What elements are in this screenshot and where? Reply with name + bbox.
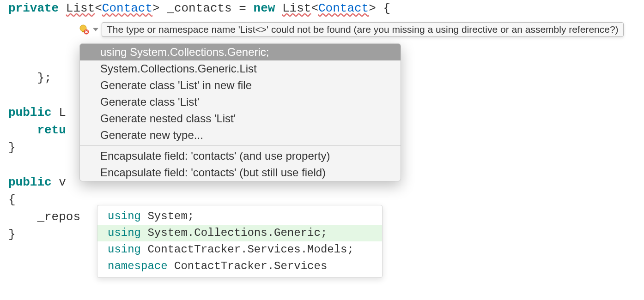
error-tooltip-bar: The type or namespace name 'List<>' coul…	[79, 22, 624, 37]
quick-action-item[interactable]: Encapsulate field: 'contacts' (and use p…	[80, 148, 401, 164]
quick-actions-popup[interactable]: using System.Collections.Generic; System…	[79, 43, 401, 181]
code-line[interactable]: private List<Contact> _contacts = new Li…	[0, 0, 644, 18]
type-ref: List	[282, 1, 311, 15]
quick-action-item[interactable]: Encapsulate field: 'contacts' (but still…	[80, 164, 401, 181]
keyword-public: public	[8, 175, 52, 189]
lightbulb-icon[interactable]	[79, 24, 90, 35]
quick-action-item[interactable]: Generate nested class 'List'	[80, 110, 401, 127]
error-tooltip: The type or namespace name 'List<>' coul…	[102, 22, 624, 37]
preview-line-added: using System.Collections.Generic;	[97, 225, 382, 241]
code-preview-popup: using System; using System.Collections.G…	[97, 205, 383, 278]
type-ref: Contact	[318, 1, 369, 15]
keyword-return: retu	[8, 123, 66, 137]
quick-action-item[interactable]: using System.Collections.Generic;	[80, 44, 401, 60]
code-editor[interactable]: private List<Contact> _contacts = new Li…	[0, 0, 644, 244]
quick-action-item[interactable]: Generate class 'List' in new file	[80, 77, 401, 94]
preview-line: using ContactTracker.Services.Models;	[97, 241, 382, 258]
quick-action-item[interactable]: Generate new type...	[80, 127, 401, 144]
preview-line: namespace ContactTracker.Services	[97, 258, 382, 275]
separator	[80, 145, 401, 146]
preview-line: using System;	[97, 208, 382, 225]
chevron-down-icon[interactable]	[92, 26, 99, 33]
type-ref: List	[66, 1, 95, 15]
keyword-public: public	[8, 106, 52, 120]
type-ref: Contact	[102, 1, 152, 15]
keyword-new: new	[254, 1, 275, 15]
keyword-private: private	[8, 1, 59, 15]
quick-action-item[interactable]: Generate class 'List'	[80, 94, 401, 110]
quick-action-item[interactable]: System.Collections.Generic.List	[80, 60, 401, 77]
